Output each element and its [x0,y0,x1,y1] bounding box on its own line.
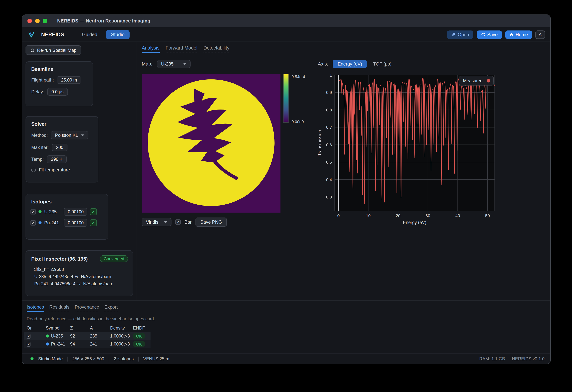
rerun-spatial-map-button[interactable]: Re-run Spatial Map [26,45,81,55]
save-png-button[interactable]: Save PNG [195,218,227,227]
bottom-panel: Isotopes Residuals Provenance Export Rea… [22,300,550,353]
isotope-checkbox[interactable]: ✓ [31,220,36,225]
open-button[interactable]: Open [447,30,473,39]
zoom-button[interactable] [43,19,47,23]
row-checkbox[interactable]: ✓ [27,333,31,338]
close-button[interactable] [27,19,32,23]
density-input[interactable]: 0.00100 [64,208,87,216]
transmission-plot-svg: 0.30.40.50.60.70.80.9101020304050 Energy… [317,73,500,229]
sidebar: Re-run Spatial Map Beamline Flight path:… [22,42,136,300]
chevron-down-icon [183,63,186,65]
chi2-value: chi2_r = 2.9608 [33,267,133,272]
status-mode: Studio Mode [38,357,63,361]
tab-detectability[interactable]: Detectability [204,45,229,53]
tab-export[interactable]: Export [104,304,118,312]
status-bar: Studio Mode 256 × 256 × 500 2 isotopes V… [22,353,550,364]
plot-legend: Measured [459,76,493,85]
chevron-down-icon [81,134,84,136]
svg-text:0.6: 0.6 [326,142,332,147]
isotope-color-dot [38,221,42,224]
density-input[interactable]: 0.00100 [64,219,87,227]
toolbar-actions: Open Save Home A [447,30,545,39]
colorbar-min-label: 0.00e0 [291,119,304,124]
avatar-button[interactable]: A [535,30,545,39]
colormap-dropdown[interactable]: Viridis [142,218,172,226]
pixel-inspector-card: Pixel Inspector (96, 195) Converged chi2… [26,250,133,296]
bar-checkbox[interactable]: ✓ [175,220,181,225]
legend-series-dot [487,79,490,82]
delay-input[interactable]: 0.0 μs [47,88,68,96]
status-right: RAM: 1.1 GB NEREIDS v0.1.0 [479,357,545,361]
map-dropdown[interactable]: U-235 [157,60,191,68]
home-icon [509,32,514,37]
app-name: NEREIDS [41,31,64,37]
colormap-value: Viridis [146,220,158,225]
transmission-plot[interactable]: 0.30.40.50.60.70.80.9101020304050 Energy… [317,73,500,229]
axis-label: Axis: [318,61,328,67]
row-checkbox[interactable]: ✓ [27,342,31,346]
axis-option-energy[interactable]: Energy (eV) [333,60,367,68]
u235-fit-value: U-235: 9.449243e-4 +/- N/A atoms/barn [34,274,133,279]
table-header: On Symbol Z A Density ENDF [24,324,151,332]
tab-guided[interactable]: Guided [77,30,102,39]
isotope-color-dot [46,334,49,337]
apply-density-button[interactable]: ✓ [90,220,97,226]
chevron-down-icon [164,221,167,223]
bar-checkbox-label: Bar [184,220,191,225]
svg-text:50: 50 [485,213,490,218]
tab-residuals[interactable]: Residuals [49,304,69,312]
open-button-label: Open [458,32,469,37]
save-button[interactable]: Save [477,30,502,39]
title-bar: NEREIDS — Neutron Resonance Imaging [22,15,550,27]
colorbar-max-label: 9.54e-4 [291,74,305,79]
beamline-card: Beamline Flight path: 25.00 m Delay: 0.0… [26,61,93,106]
isotopes-card: Isotopes ✓ U-235 0.00100 ✓ ✓ Pu-241 0.00… [26,194,108,240]
density-map[interactable] [142,74,281,213]
isotope-checkbox[interactable]: ✓ [31,209,36,215]
pixel-inspector-title: Pixel Inspector (96, 195) [31,256,88,262]
density-map-image [142,74,281,213]
status-dot [31,357,33,361]
app-logo-icon [27,31,35,38]
svg-text:30: 30 [426,213,430,218]
flight-path-label: Flight path: [31,77,54,83]
a-cell: 235 [90,333,110,338]
apply-density-button[interactable]: ✓ [90,208,97,215]
home-button[interactable]: Home [505,30,532,39]
desktop: NEREIDS — Neutron Resonance Imaging NERE… [0,0,572,392]
isotope-name: Pu-241 [44,220,61,225]
tab-analysis[interactable]: Analysis [142,45,159,53]
home-button-label: Home [516,32,528,37]
tab-studio[interactable]: Studio [106,30,129,39]
svg-text:0: 0 [337,213,340,218]
tab-provenance[interactable]: Provenance [75,304,99,312]
col-z: Z [70,326,90,330]
solver-title: Solver [31,121,93,127]
max-iter-input[interactable]: 200 [52,144,67,151]
tab-forward-model[interactable]: Forward Model [166,45,197,53]
x-axis-label: Energy (eV) [403,220,427,225]
svg-text:0.4: 0.4 [326,177,332,182]
max-iter-label: Max iter: [31,145,49,150]
temp-label: Temp: [31,157,44,162]
beamline-title: Beamline [31,66,87,72]
fit-temperature-radio[interactable] [31,168,36,172]
y-axis-label: Transmission [317,130,322,156]
readonly-note: Read-only reference — edit densities in … [27,316,155,321]
symbol-cell: Pu-241 [51,342,65,346]
col-symbol: Symbol [46,326,70,330]
isotope-name: U-235 [44,209,61,215]
colorbar [283,74,289,123]
flight-path-input[interactable]: 25.00 m [57,76,81,84]
tab-isotopes[interactable]: Isotopes [27,304,44,312]
temp-input[interactable]: 296 K [47,156,66,163]
isotope-table: On Symbol Z A Density ENDF ✓ U-235 92 23… [24,324,151,348]
axis-option-tof[interactable]: TOF (μs) [372,60,393,68]
bottom-tabs: Isotopes Residuals Provenance Export [27,304,118,312]
status-isotope-count: 2 isotopes [114,357,134,361]
col-endf: ENDF [133,326,151,330]
minimize-button[interactable] [35,19,40,23]
solver-card: Solver Method: Poisson KL Max iter: 200 … [26,116,98,183]
method-dropdown[interactable]: Poisson KL [51,131,88,140]
symbol-cell: U-235 [51,333,63,338]
